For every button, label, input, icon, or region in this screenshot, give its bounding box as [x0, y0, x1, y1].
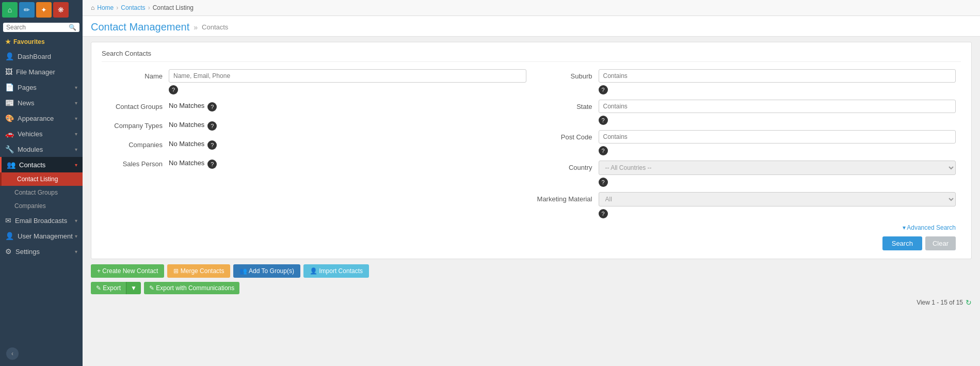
add-to-group-button[interactable]: 👥 Add To Group(s) — [233, 264, 300, 278]
sidebar-item-modules[interactable]: 🔧 Modules ▾ — [0, 141, 83, 157]
breadcrumb-home-link[interactable]: Home — [97, 4, 114, 11]
post-code-field-row: Post Code ? — [537, 130, 956, 155]
news-icon: 📰 — [5, 99, 14, 107]
chevron-down-icon: ▾ — [75, 249, 77, 254]
marketing-material-label: Marketing Material — [537, 192, 599, 203]
sidebar-item-vehicles[interactable]: 🚗 Vehicles ▾ — [0, 126, 83, 141]
company-types-value: No Matches — [169, 121, 204, 129]
chevron-down-icon: ▾ — [75, 162, 77, 168]
appearance-icon: 🎨 — [5, 114, 14, 122]
contact-groups-value-row: No Matches ? — [169, 100, 526, 112]
cog-quick-icon[interactable]: ❋ — [53, 2, 69, 18]
search-icon: 🔍 — [69, 24, 76, 31]
name-label: Name — [107, 69, 169, 80]
sidebar-item-news[interactable]: 📰 News ▾ — [0, 95, 83, 110]
state-control: ? — [599, 100, 956, 125]
contact-groups-help-icon[interactable]: ? — [207, 102, 217, 112]
marketing-material-control: All ? — [599, 192, 956, 218]
sidebar-item-dashboard[interactable]: 👤 DashBoard — [0, 49, 83, 64]
sidebar-item-appearance[interactable]: 🎨 Appearance ▾ — [0, 110, 83, 126]
user-management-icon: 👤 — [5, 232, 14, 240]
sales-person-help-icon[interactable]: ? — [207, 160, 217, 169]
contact-groups-control: No Matches ? — [169, 100, 526, 114]
country-control: -- All Countries -- ? — [599, 161, 956, 187]
company-types-help-icon[interactable]: ? — [207, 121, 217, 131]
sidebar-item-contacts[interactable]: 👥 Contacts ▾ — [0, 157, 83, 172]
company-types-control: No Matches ? — [169, 119, 526, 133]
name-field-row: Name ? — [107, 69, 526, 94]
state-help-icon[interactable]: ? — [599, 116, 608, 125]
suburb-input[interactable] — [599, 69, 956, 83]
breadcrumb: ⌂ Home › Contacts › Contact Listing — [83, 0, 980, 16]
sidebar-sub-item-contact-listing[interactable]: Contact Listing — [0, 172, 83, 186]
country-help-icon[interactable]: ? — [599, 178, 608, 187]
export-caret-button[interactable]: ▼ — [126, 282, 141, 294]
sales-person-label: Sales Person — [107, 157, 169, 168]
form-right: Suburb ? State ? — [532, 69, 961, 250]
content-area: Search Contacts Name ? Contact Groups — [83, 37, 980, 366]
chevron-down-icon: ▾ — [75, 147, 77, 152]
breadcrumb-sep2: › — [148, 4, 150, 11]
country-select[interactable]: -- All Countries -- — [599, 161, 956, 175]
companies-help-icon[interactable]: ? — [207, 140, 217, 150]
search-panel-heading: Search Contacts — [102, 50, 961, 62]
sidebar-favourites-heading: ★ Favourites — [0, 35, 83, 49]
sales-person-control: No Matches ? — [169, 157, 526, 171]
marketing-material-select[interactable]: All — [599, 192, 956, 206]
suburb-field-row: Suburb ? — [537, 69, 956, 94]
chevron-down-icon: ▾ — [75, 131, 77, 137]
edit-quick-icon[interactable]: ✏ — [19, 2, 35, 18]
export-bar: ✎ Export ▼ ✎ Export with Communications — [91, 282, 972, 294]
companies-value-row: No Matches ? — [169, 138, 526, 150]
suburb-help-icon[interactable]: ? — [599, 85, 608, 94]
export-with-communications-button[interactable]: ✎ Export with Communications — [144, 282, 239, 294]
state-label: State — [537, 100, 599, 110]
contact-groups-value: No Matches — [169, 102, 204, 109]
merge-contacts-button[interactable]: ⊞ Merge Contacts — [167, 264, 230, 278]
sidebar-search-bar[interactable]: 🔍 — [3, 23, 79, 32]
search-panel: Search Contacts Name ? Contact Groups — [91, 42, 972, 259]
sidebar-search-input[interactable] — [6, 24, 69, 31]
chevron-down-icon: ▾ — [75, 85, 77, 90]
breadcrumb-contacts-link[interactable]: Contacts — [121, 4, 145, 11]
sidebar-sub-item-companies[interactable]: Companies — [0, 199, 83, 213]
home-quick-icon[interactable]: ⌂ — [2, 2, 18, 18]
sidebar-collapse-button[interactable]: ‹ — [6, 347, 19, 360]
clear-button[interactable]: Clear — [925, 236, 956, 250]
post-code-help-icon[interactable]: ? — [599, 146, 608, 155]
state-input[interactable] — [599, 100, 956, 113]
create-new-contact-button[interactable]: + Create New Contact — [91, 264, 164, 278]
import-contacts-button[interactable]: 👤 Import Contacts — [303, 264, 369, 278]
page-header: Contact Management » Contacts — [83, 16, 980, 37]
post-code-label: Post Code — [537, 130, 599, 141]
page-title-arrow: » — [194, 23, 198, 31]
companies-control: No Matches ? — [169, 138, 526, 152]
sales-person-value-row: No Matches ? — [169, 157, 526, 169]
search-buttons-row: Search Clear — [537, 236, 956, 250]
sidebar-item-email-broadcasts[interactable]: ✉ Email Broadcasts ▾ — [0, 213, 83, 228]
refresh-icon[interactable]: ↻ — [966, 298, 972, 307]
breadcrumb-current: Contact Listing — [153, 4, 194, 11]
sidebar-item-file-manager[interactable]: 🖼 File Manager — [0, 64, 83, 79]
sidebar-item-user-management[interactable]: 👤 User Management ▾ — [0, 228, 83, 244]
name-input[interactable] — [169, 69, 526, 83]
contact-groups-field-row: Contact Groups No Matches ? — [107, 100, 526, 114]
post-code-input[interactable] — [599, 130, 956, 144]
star-quick-icon[interactable]: ✦ — [36, 2, 52, 18]
sidebar-sub-item-contact-groups[interactable]: Contact Groups — [0, 186, 83, 199]
name-help-icon[interactable]: ? — [169, 85, 178, 94]
settings-icon: ⚙ — [5, 247, 12, 256]
form-left: Name ? Contact Groups No Matches ? — [102, 69, 532, 250]
sidebar-item-settings[interactable]: ⚙ Settings ▾ — [0, 244, 83, 259]
company-types-value-row: No Matches ? — [169, 119, 526, 131]
company-types-label: Company Types — [107, 119, 169, 130]
chevron-down-icon: ▾ — [75, 218, 77, 224]
companies-field-row: Companies No Matches ? — [107, 138, 526, 152]
advanced-search-link[interactable]: ▾ Advanced Search — [903, 224, 956, 231]
sidebar-item-pages[interactable]: 📄 Pages ▾ — [0, 79, 83, 95]
marketing-material-help-icon[interactable]: ? — [599, 209, 608, 218]
state-field-row: State ? — [537, 100, 956, 125]
search-button[interactable]: Search — [882, 236, 922, 250]
export-button[interactable]: ✎ Export — [91, 282, 126, 294]
pages-icon: 📄 — [5, 83, 14, 91]
